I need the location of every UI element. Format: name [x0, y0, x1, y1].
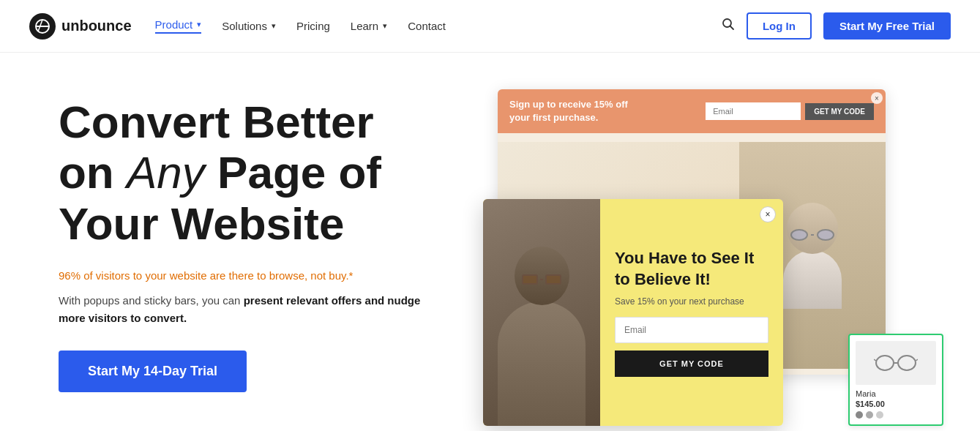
popup-text-area: You Have to See It to Believe It! Save 1…	[600, 199, 783, 426]
popup-close-button[interactable]: ×	[760, 206, 776, 222]
stat-text: 96% of visitors to your website are ther…	[59, 269, 439, 282]
logo-icon	[29, 13, 56, 40]
product-card-image	[856, 341, 936, 385]
hero-headline: Convert Better on Any Page of Your Websi…	[59, 97, 439, 249]
popup-modal: ×	[483, 199, 783, 426]
svg-line-9	[916, 359, 918, 361]
sticky-bar-close-button[interactable]: ×	[871, 92, 883, 104]
sticky-bar-cta-button[interactable]: GET MY CODE	[805, 103, 874, 120]
logo[interactable]: unbounce	[29, 13, 132, 40]
main-content: Convert Better on Any Page of Your Websi…	[0, 53, 980, 431]
sunglasses	[790, 228, 834, 241]
popup-person	[483, 247, 600, 426]
svg-line-4	[730, 26, 733, 30]
popup-title: You Have to See It to Believe It!	[615, 248, 768, 290]
popup-cta-button[interactable]: GET MY CODE	[615, 351, 768, 377]
glasses-icon	[874, 352, 918, 374]
nav-link-contact[interactable]: Contact	[408, 20, 446, 32]
dropdown-arrow-learn: ▾	[383, 21, 387, 31]
body-text: With popups and sticky bars, you can pre…	[59, 292, 439, 327]
right-panel: Eyelusions Sign up to receive 15% offyou…	[483, 89, 951, 431]
popup-email-input[interactable]	[615, 317, 768, 343]
nav-left: unbounce Product ▾ Solutions ▾ Pricing L…	[29, 13, 446, 40]
popup-image	[483, 199, 600, 426]
sticky-bar-text: Sign up to receive 15% offyour first pur…	[509, 98, 628, 124]
logo-text: unbounce	[61, 18, 132, 34]
person-head-shape	[787, 203, 838, 254]
popup-body	[498, 301, 586, 426]
person-figure	[783, 203, 842, 309]
nav-link-solutions[interactable]: Solutions ▾	[222, 20, 276, 32]
color-dot-2[interactable]	[866, 411, 873, 419]
svg-point-6	[898, 356, 916, 370]
dropdown-arrow-solutions: ▾	[272, 21, 276, 31]
sticky-bar: Sign up to receive 15% offyour first pur…	[498, 89, 886, 133]
popup-head	[515, 247, 569, 305]
sticky-bar-form: GET MY CODE	[706, 102, 874, 120]
svg-point-5	[876, 356, 894, 370]
sticky-bar-email-input[interactable]	[706, 102, 801, 120]
color-dot-1[interactable]	[856, 411, 863, 419]
product-name: Maria	[856, 389, 936, 398]
search-icon[interactable]	[722, 18, 735, 34]
nav-link-pricing[interactable]: Pricing	[296, 20, 330, 32]
trial-button[interactable]: Start My Free Trial	[823, 12, 951, 40]
popup-content: You Have to See It to Believe It! Save 1…	[483, 199, 783, 426]
dropdown-arrow-product: ▾	[197, 20, 201, 29]
product-color-dots	[856, 411, 936, 419]
product-card: Maria $145.00	[848, 334, 943, 426]
nav-right: Log In Start My Free Trial	[722, 12, 951, 40]
svg-line-8	[874, 359, 876, 361]
navbar: unbounce Product ▾ Solutions ▾ Pricing L…	[0, 0, 980, 53]
login-button[interactable]: Log In	[747, 12, 812, 40]
nav-link-learn[interactable]: Learn ▾	[351, 20, 387, 32]
cta-button[interactable]: Start My 14-Day Trial	[59, 351, 247, 392]
left-panel: Convert Better on Any Page of Your Websi…	[59, 89, 439, 392]
nav-links: Product ▾ Solutions ▾ Pricing Learn ▾ Co…	[155, 18, 446, 34]
product-price: $145.00	[856, 400, 936, 408]
color-dot-3[interactable]	[876, 411, 883, 419]
popup-subtitle: Save 15% on your next purchase	[615, 296, 768, 307]
popup-glasses	[522, 274, 561, 285]
nav-link-product[interactable]: Product ▾	[155, 18, 202, 34]
